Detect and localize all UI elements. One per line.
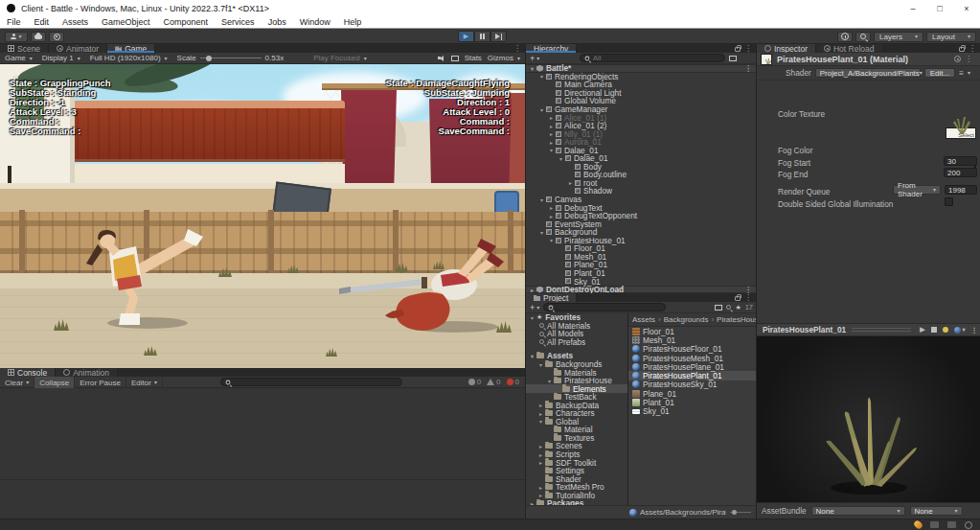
play-button[interactable]: ▶ xyxy=(458,31,474,42)
create-object-button[interactable]: +▾ xyxy=(526,54,543,63)
fold-closed-icon[interactable]: ▸ xyxy=(547,114,556,121)
fold-closed-icon[interactable]: ▸ xyxy=(547,123,556,129)
kebab-icon[interactable]: ⋮ xyxy=(969,327,980,334)
menu-window[interactable]: Window xyxy=(293,17,337,27)
fold-closed-icon[interactable]: ▸ xyxy=(547,204,556,211)
console-splitter[interactable] xyxy=(0,479,525,480)
render-queue-dropdown[interactable]: From Shader▾ xyxy=(893,185,941,195)
fold-closed-icon[interactable]: ▸ xyxy=(547,130,556,137)
menu-services[interactable]: Services xyxy=(215,17,262,27)
preview-play-button[interactable]: ▶ xyxy=(917,326,928,334)
search-button[interactable] xyxy=(855,32,871,42)
inspector-tab-inspector[interactable]: Inspector xyxy=(757,44,816,53)
preview-stop-button[interactable] xyxy=(928,327,940,333)
console-status-icon[interactable] xyxy=(930,521,939,528)
hierarchy-row[interactable]: Plant_01 xyxy=(526,269,756,278)
collab-button[interactable] xyxy=(49,32,64,42)
fold-closed-icon[interactable]: ▸ xyxy=(528,287,536,293)
hierarchy-search-field[interactable] xyxy=(580,54,725,62)
close-icon[interactable]: × xyxy=(953,0,980,16)
presets-icon[interactable] xyxy=(954,56,961,62)
console-tab-animation[interactable]: Animation xyxy=(56,368,118,377)
project-file-row[interactable]: PiratesHouseFloor_01 xyxy=(628,345,756,354)
console-button-error-pause[interactable]: Error Pause xyxy=(75,377,126,388)
fold-closed-icon[interactable]: ▸ xyxy=(536,451,545,458)
scale-slider[interactable] xyxy=(200,58,262,58)
shader-edit-button[interactable]: Edit... xyxy=(924,68,955,78)
fold-open-icon[interactable]: ▾ xyxy=(545,378,554,384)
shader-dropdown[interactable]: Project_A/Background/Plants▾ xyxy=(815,68,921,78)
fog-start-field[interactable]: 30 xyxy=(944,156,977,166)
hierarchy-row[interactable]: ▾Dalae_01 xyxy=(526,146,756,154)
fold-closed-icon[interactable]: ▸ xyxy=(566,179,575,186)
game-tab-game[interactable]: Game xyxy=(107,44,155,53)
undo-history-button[interactable] xyxy=(837,32,853,42)
fold-open-icon[interactable]: ▾ xyxy=(537,73,546,80)
cloud-services-button[interactable] xyxy=(31,32,46,42)
fold-open-icon[interactable]: ▾ xyxy=(528,65,536,72)
fold-closed-icon[interactable]: ▸ xyxy=(536,484,545,491)
preview-mesh-dropdown[interactable]: ▾ xyxy=(951,327,969,334)
display-dropdown[interactable]: Display 1▾ xyxy=(37,54,85,62)
hierarchy-row[interactable]: ▾Canvas xyxy=(526,196,756,204)
cache-server-icon[interactable] xyxy=(947,521,956,528)
stats-button[interactable]: Stats xyxy=(465,54,482,62)
hierarchy-search-input[interactable] xyxy=(593,54,720,62)
hierarchy-row[interactable]: ▸Alice_01 (1) xyxy=(526,113,756,122)
favorites-star-icon[interactable]: ★ xyxy=(735,304,741,311)
fold-closed-icon[interactable]: ▸ xyxy=(547,139,556,146)
info-count-badge[interactable]: 0 xyxy=(468,378,481,386)
console-button-clear[interactable]: Clear▾ xyxy=(0,377,34,388)
console-log-area[interactable] xyxy=(0,388,525,518)
hierarchy-row[interactable]: ▸Nlly_01 (1) xyxy=(526,129,756,138)
tab-hierarchy[interactable]: Hierarchy xyxy=(526,44,577,53)
hierarchy-row[interactable]: ▸Aurora_01 xyxy=(526,138,756,147)
hierarchy-row[interactable]: ▾PiratesHouse_01 xyxy=(526,236,756,244)
hierarchy-row[interactable]: Main Camera xyxy=(526,81,756,89)
project-file-row[interactable]: Sky_01 xyxy=(628,407,756,416)
menu-component[interactable]: Component xyxy=(157,17,216,27)
hierarchy-row[interactable]: Plane_01 xyxy=(526,261,756,269)
game-tab-scene[interactable]: Scene xyxy=(0,44,49,53)
lock-icon[interactable] xyxy=(735,47,741,52)
breadcrumb-segment[interactable]: Assets xyxy=(632,315,655,324)
fog-end-field[interactable]: 200 xyxy=(944,168,977,177)
menu-help[interactable]: Help xyxy=(337,17,369,27)
inspector-tab-hot-reload[interactable]: Hot Reload xyxy=(816,44,883,53)
fold-open-icon[interactable]: ▾ xyxy=(537,106,546,113)
fold-open-icon[interactable]: ▾ xyxy=(547,237,556,243)
hierarchy-row[interactable]: ▾Background xyxy=(526,228,756,237)
fold-closed-icon[interactable]: ▸ xyxy=(536,402,545,408)
console-tab-console[interactable]: Console xyxy=(0,368,56,377)
lock-icon[interactable] xyxy=(735,296,741,301)
project-file-row[interactable]: Plane_01 xyxy=(628,389,756,398)
fold-open-icon[interactable]: ▾ xyxy=(536,418,545,425)
assetbundle-dropdown[interactable]: None▾ xyxy=(811,506,905,516)
fold-closed-icon[interactable]: ▸ xyxy=(536,410,545,417)
project-file-row[interactable]: PiratesHouseMesh_01 xyxy=(628,354,756,362)
warning-count-badge[interactable]: 0 xyxy=(487,378,500,386)
dsgi-checkbox[interactable] xyxy=(945,197,953,206)
assetbundle-variant-dropdown[interactable]: None▾ xyxy=(910,506,963,516)
project-search-input[interactable] xyxy=(557,303,661,311)
kebab-icon[interactable]: ⋮ xyxy=(744,64,756,73)
fold-open-icon[interactable]: ▾ xyxy=(557,155,565,162)
console-button-editor[interactable]: Editor▾ xyxy=(126,377,163,388)
breadcrumb-segment[interactable]: PiratesHouse xyxy=(717,315,756,324)
hierarchy-row[interactable]: Floor_01 xyxy=(526,244,756,253)
menu-assets[interactable]: Assets xyxy=(56,17,95,27)
progress-circle-icon[interactable] xyxy=(965,521,972,529)
menu-edit[interactable]: Edit xyxy=(28,17,57,27)
hierarchy-row[interactable]: ▾GameManager xyxy=(526,105,756,114)
console-search-input[interactable] xyxy=(234,378,398,386)
material-preview-area[interactable] xyxy=(757,336,980,502)
kebab-icon[interactable]: ⋮ xyxy=(513,45,521,53)
fold-open-icon[interactable]: ▾ xyxy=(547,147,556,153)
project-file-row[interactable]: PiratesHousePlane_01 xyxy=(628,362,756,371)
layout-dropdown[interactable]: Layout ▾ xyxy=(926,32,976,42)
fold-closed-icon[interactable]: ▸ xyxy=(536,459,545,466)
project-file-row[interactable]: Mesh_01 xyxy=(628,335,756,344)
search-by-label-icon[interactable] xyxy=(726,305,731,310)
hierarchy-row[interactable]: Mesh_01 xyxy=(526,253,756,262)
hierarchy-row[interactable]: Body xyxy=(526,163,756,172)
